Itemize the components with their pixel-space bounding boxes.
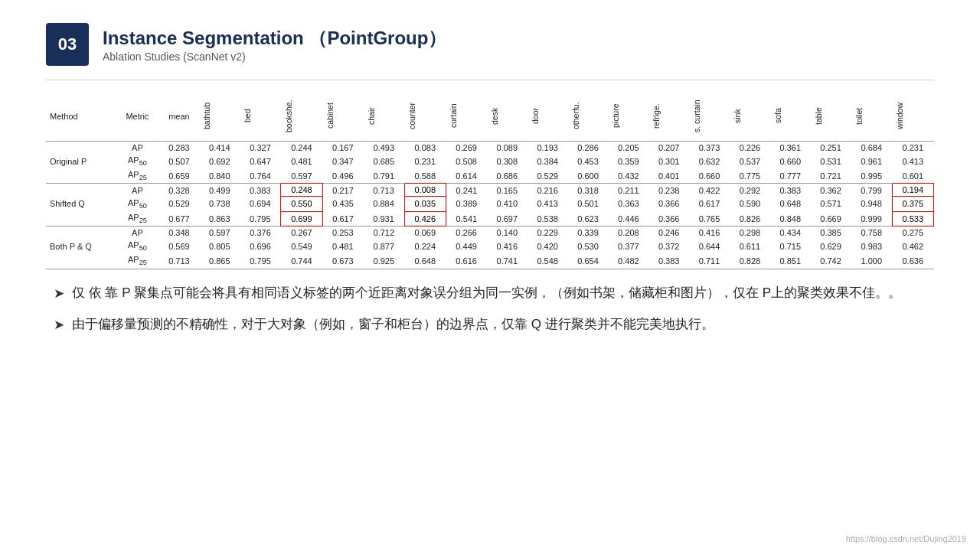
cell-picture: 0.211 xyxy=(608,184,648,197)
cell-counter: 0.588 xyxy=(404,168,446,184)
cell-method: Original P xyxy=(46,154,116,168)
cell-scurtain: 0.617 xyxy=(689,197,730,211)
cell-desk: 0.416 xyxy=(487,239,528,253)
cell-sofa: 0.851 xyxy=(770,253,811,269)
cell-counter: 0.426 xyxy=(404,211,446,227)
cell-refrige: 0.366 xyxy=(648,197,689,211)
cell-metric: AP50 xyxy=(116,154,158,168)
header-text-block: Instance Segmentation （PointGroup） Ablat… xyxy=(103,26,446,63)
cell-mean: 0.507 xyxy=(159,154,200,168)
cell-bookshe: 0.267 xyxy=(281,227,322,240)
cell-picture: 0.208 xyxy=(608,227,648,240)
cell-cabinet: 0.253 xyxy=(322,227,364,240)
cell-scurtain: 0.644 xyxy=(689,239,730,253)
bullet-text-2: 由于偏移量预测的不精确性，对于大对象（例如，窗子和柜台）的边界点，仅靠 Q 进行… xyxy=(72,315,934,334)
cell-toilet: 0.995 xyxy=(851,168,893,184)
cell-cabinet: 0.673 xyxy=(322,253,364,269)
cell-cabinet: 0.347 xyxy=(322,154,364,168)
cell-window: 0.462 xyxy=(892,239,933,253)
cell-toilet: 0.684 xyxy=(851,142,893,155)
cell-sofa: 0.434 xyxy=(770,227,811,240)
cell-metric: AP25 xyxy=(116,168,158,184)
cell-chair: 0.925 xyxy=(364,253,405,269)
cell-method xyxy=(46,168,116,184)
cell-bathtub: 0.414 xyxy=(199,142,240,155)
col-cabinet: cabinet xyxy=(322,91,364,142)
cell-otherfu: 0.286 xyxy=(568,142,609,155)
cell-table: 0.721 xyxy=(811,168,851,184)
cell-counter: 0.069 xyxy=(404,227,446,240)
bullet-arrow-2: ➤ xyxy=(54,315,64,335)
cell-bed: 0.647 xyxy=(240,154,281,168)
cell-table: 0.362 xyxy=(811,184,851,197)
col-metric: Metric xyxy=(116,91,158,142)
cell-sofa: 0.648 xyxy=(770,197,811,211)
cell-table: 0.742 xyxy=(811,253,851,269)
cell-scurtain: 0.416 xyxy=(689,227,730,240)
cell-door: 0.216 xyxy=(528,184,568,197)
cell-scurtain: 0.373 xyxy=(689,142,730,155)
cell-method xyxy=(46,227,116,240)
cell-mean: 0.328 xyxy=(159,184,200,197)
cell-door: 0.538 xyxy=(528,211,568,227)
table-row: Original PAP500.5070.6920.6470.4810.3470… xyxy=(46,154,934,168)
cell-chair: 0.685 xyxy=(364,154,405,168)
cell-door: 0.193 xyxy=(528,142,568,155)
cell-window: 0.636 xyxy=(892,253,933,269)
cell-method xyxy=(46,184,116,197)
cell-desk: 0.686 xyxy=(487,168,528,184)
cell-mean: 0.569 xyxy=(159,239,200,253)
cell-chair: 0.877 xyxy=(364,239,405,253)
bullets-section: ➤ 仅 依 靠 P 聚集点可能会将具有相同语义标签的两个近距离对象误分组为同一实… xyxy=(46,283,934,336)
cell-scurtain: 0.765 xyxy=(689,211,730,227)
bullet-text-1: 仅 依 靠 P 聚集点可能会将具有相同语义标签的两个近距离对象误分组为同一实例，… xyxy=(72,283,934,303)
cell-metric: AP25 xyxy=(116,253,158,269)
slide: 03 Instance Segmentation （PointGroup） Ab… xyxy=(0,0,980,551)
header-badge: 03 xyxy=(46,23,89,66)
col-sofa: sofa xyxy=(770,91,811,142)
header-title: Instance Segmentation （PointGroup） xyxy=(103,26,446,51)
data-table: Method Metric mean bathtub bed bookshe. … xyxy=(46,91,934,269)
bullet-arrow-1: ➤ xyxy=(54,284,64,304)
cell-window: 0.194 xyxy=(892,184,933,197)
cell-toilet: 0.799 xyxy=(851,184,893,197)
cell-curtain: 0.266 xyxy=(446,227,487,240)
cell-cabinet: 0.167 xyxy=(322,142,364,155)
cell-bathtub: 0.863 xyxy=(199,211,240,227)
cell-bed: 0.795 xyxy=(240,211,281,227)
cell-method xyxy=(46,211,116,227)
cell-otherfu: 0.453 xyxy=(568,154,609,168)
cell-cabinet: 0.617 xyxy=(322,211,364,227)
table-row: AP250.7130.8650.7950.7440.6730.9250.6480… xyxy=(46,253,934,269)
cell-bookshe: 0.481 xyxy=(281,154,322,168)
cell-otherfu: 0.318 xyxy=(568,184,609,197)
cell-picture: 0.363 xyxy=(608,197,648,211)
cell-sink: 0.298 xyxy=(730,227,770,240)
cell-otherfu: 0.600 xyxy=(568,168,609,184)
col-bathtub: bathtub xyxy=(199,91,240,142)
col-window: window xyxy=(892,91,933,142)
cell-mean: 0.677 xyxy=(159,211,200,227)
cell-toilet: 0.758 xyxy=(851,227,893,240)
cell-counter: 0.008 xyxy=(404,184,446,197)
cell-door: 0.529 xyxy=(528,168,568,184)
cell-counter: 0.035 xyxy=(404,197,446,211)
cell-bed: 0.327 xyxy=(240,142,281,155)
cell-bookshe: 0.597 xyxy=(281,168,322,184)
cell-picture: 0.446 xyxy=(608,211,648,227)
col-picture: picture xyxy=(608,91,648,142)
cell-method xyxy=(46,253,116,269)
cell-table: 0.571 xyxy=(811,197,851,211)
col-refrige: refrige. xyxy=(648,91,689,142)
cell-cabinet: 0.481 xyxy=(322,239,364,253)
cell-desk: 0.140 xyxy=(487,227,528,240)
cell-sink: 0.292 xyxy=(730,184,770,197)
cell-refrige: 0.207 xyxy=(648,142,689,155)
cell-sofa: 0.660 xyxy=(770,154,811,168)
bullet-item-2: ➤ 由于偏移量预测的不精确性，对于大对象（例如，窗子和柜台）的边界点，仅靠 Q … xyxy=(54,315,934,335)
table-row: AP250.6590.8400.7640.5970.4960.7910.5880… xyxy=(46,168,934,184)
cell-window: 0.275 xyxy=(892,227,933,240)
cell-cabinet: 0.435 xyxy=(322,197,364,211)
cell-chair: 0.884 xyxy=(364,197,405,211)
cell-otherfu: 0.530 xyxy=(568,239,609,253)
